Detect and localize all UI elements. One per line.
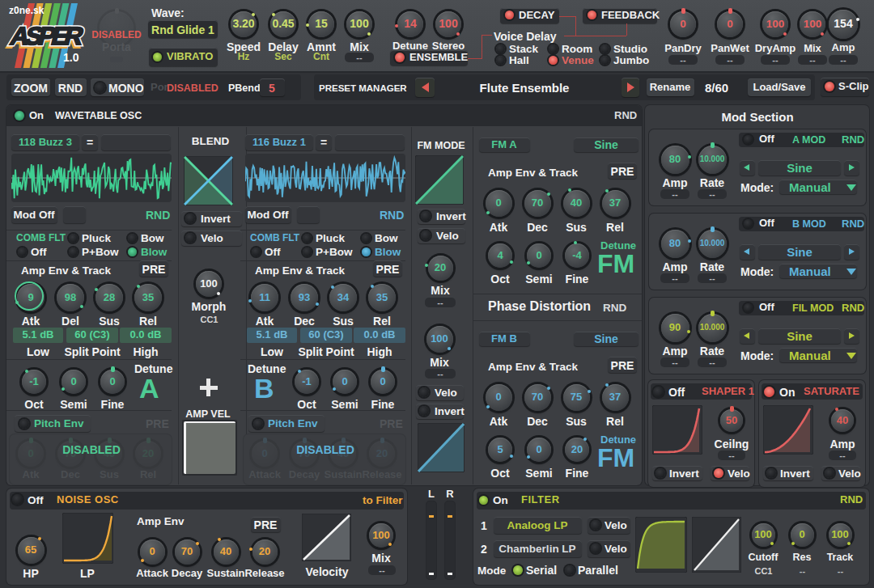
svg-text:z0ne.sk: z0ne.sk — [9, 5, 45, 16]
